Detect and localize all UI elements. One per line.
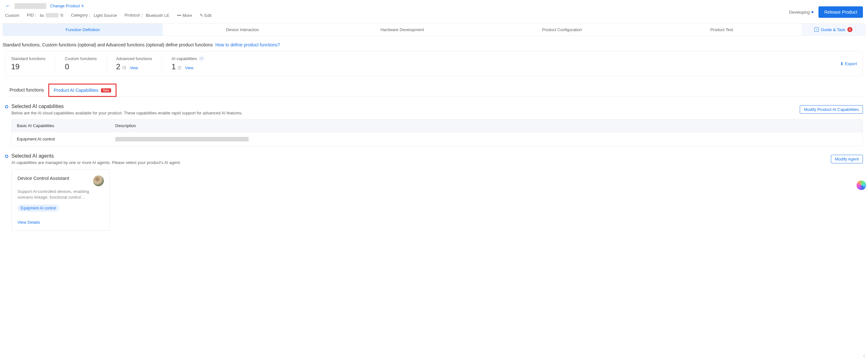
how-to-define-link[interactable]: How to define product functions? xyxy=(215,42,280,47)
stat-custom-value: 0 xyxy=(65,62,69,71)
category-meta: Category： Light Source xyxy=(71,12,117,18)
tab-function-definition[interactable]: Function Definition xyxy=(3,24,162,35)
edit-button[interactable]: ✎ Edit xyxy=(200,13,212,18)
stat-advanced: Advanced functions 2 /3 View xyxy=(107,56,162,71)
stat-advanced-total: /3 xyxy=(122,65,126,70)
back-arrow-icon[interactable]: ← xyxy=(5,3,11,9)
section-marker-icon xyxy=(5,155,8,158)
sub-tabs: Product functions Product AI Capabilitie… xyxy=(5,84,863,96)
sort-icon: ⇅ xyxy=(81,4,84,8)
ai-badge-icon: AI xyxy=(199,56,204,61)
stat-ai: AI capabilities AI 1 /2 View xyxy=(162,56,213,71)
tab-hardware-development[interactable]: Hardware Development xyxy=(322,24,482,35)
status-developing: Developing xyxy=(789,10,813,15)
stat-advanced-view-link[interactable]: View xyxy=(130,66,138,70)
selected-capabilities-title: Selected AI capabilities xyxy=(11,104,243,109)
stat-ai-total: /2 xyxy=(178,65,182,70)
category-value: Light Source xyxy=(94,13,117,18)
capabilities-table: Basic AI Capabilities Description Equipm… xyxy=(11,119,863,146)
protocol-meta: Protocol： Bluetooth LE xyxy=(124,12,169,18)
more-button[interactable]: ••• More xyxy=(177,13,192,18)
row-capability-name: Equipment AI control xyxy=(17,137,115,141)
function-definition-description: Standard functions, Custom functions (op… xyxy=(0,36,868,51)
stats-box: Standard functions 19 Custom functions 0… xyxy=(5,51,863,76)
stat-standard: Standard functions 19 xyxy=(11,56,55,71)
agent-card-desc: Support AI-controlled devices, enabling … xyxy=(18,189,104,200)
edit-label: Edit xyxy=(205,13,212,18)
agent-view-details-link[interactable]: View Details xyxy=(18,220,104,225)
tab-ai-capabilities-label: Product AI Capabilities xyxy=(54,88,98,93)
progress-tabs: Function Definition Device Interaction H… xyxy=(3,23,865,36)
export-link[interactable]: ⬇ Export xyxy=(840,61,857,66)
protocol-value: Bluetooth LE xyxy=(146,13,169,18)
tab-product-configuration[interactable]: Product Configuration xyxy=(482,24,642,35)
pid-value-redacted xyxy=(46,13,58,18)
more-label: More xyxy=(183,13,192,18)
section-marker-icon xyxy=(5,105,8,108)
agent-card-title: Device Control Assistant xyxy=(18,175,90,181)
product-name-redacted xyxy=(14,3,46,9)
table-header: Basic AI Capabilities Description xyxy=(12,119,863,132)
pid-prefix: ilo xyxy=(40,13,44,18)
stat-ai-view-link[interactable]: View xyxy=(185,66,193,70)
tab-device-interaction[interactable]: Device Interaction xyxy=(162,24,322,35)
tab-product-ai-capabilities[interactable]: Product AI Capabilities New xyxy=(48,84,117,97)
row-description-redacted xyxy=(115,137,249,141)
stat-custom-label: Custom functions xyxy=(65,56,96,61)
selected-capabilities-desc: Below are the AI cloud capabilities avai… xyxy=(11,111,243,115)
pid-label: PID： xyxy=(27,12,38,18)
export-label: Export xyxy=(845,61,857,66)
modify-capabilities-button[interactable]: Modify Product AI Capabilities xyxy=(800,105,863,114)
desc-text: Standard functions, Custom functions (op… xyxy=(3,42,213,47)
selected-agents-title: Selected AI agents xyxy=(11,153,181,159)
floating-assistant-icon[interactable] xyxy=(857,180,866,190)
guide-icon: ≡ xyxy=(814,27,819,32)
new-badge: New xyxy=(101,88,111,92)
col-basic-capabilities: Basic AI Capabilities xyxy=(17,123,115,128)
stat-ai-label: AI capabilities xyxy=(172,56,197,61)
stat-ai-value: 1 xyxy=(172,62,176,71)
guide-task-label: Guide & Task xyxy=(821,27,845,32)
change-product-label: Change Product xyxy=(50,3,80,8)
status-dot-icon xyxy=(811,11,813,13)
stat-advanced-label: Advanced functions xyxy=(116,56,152,61)
custom-label: Custom xyxy=(5,13,19,18)
pencil-icon: ✎ xyxy=(200,13,203,18)
stat-standard-label: Standard functions xyxy=(11,56,45,61)
category-label: Category： xyxy=(71,12,92,18)
pid-meta: PID： ilo ⧉ xyxy=(27,12,63,18)
release-product-button[interactable]: Release Product xyxy=(818,6,863,18)
agent-card[interactable]: Device Control Assistant Support AI-cont… xyxy=(11,169,110,231)
protocol-label: Protocol： xyxy=(124,12,144,18)
stat-standard-value: 19 xyxy=(11,62,20,71)
section-selected-agents: Selected AI agents AI capabilities are m… xyxy=(5,153,863,231)
stat-advanced-value: 2 xyxy=(116,62,120,71)
section-selected-capabilities: Selected AI capabilities Below are the A… xyxy=(5,104,863,146)
agent-avatar xyxy=(93,175,104,186)
download-icon: ⬇ xyxy=(840,61,843,66)
guide-task-badge: 4 xyxy=(847,27,852,32)
ellipsis-icon: ••• xyxy=(177,13,181,18)
copy-icon[interactable]: ⧉ xyxy=(60,13,63,18)
modify-agent-button[interactable]: Modify Agent xyxy=(831,155,863,163)
col-description: Description xyxy=(115,123,858,128)
agent-card-tag: Equipment AI control xyxy=(18,205,59,212)
tab-guide-task[interactable]: ≡ Guide & Task 4 xyxy=(802,24,865,35)
table-row: Equipment AI control xyxy=(12,132,863,146)
change-product-link[interactable]: Change Product ⇅ xyxy=(50,3,84,8)
tab-product-functions[interactable]: Product functions xyxy=(5,84,48,96)
selected-agents-desc: AI capabilities are managed by one or mo… xyxy=(11,160,181,165)
tab-product-test[interactable]: Product Test xyxy=(642,24,802,35)
stat-custom: Custom functions 0 xyxy=(55,56,106,71)
status-label: Developing xyxy=(789,10,810,15)
